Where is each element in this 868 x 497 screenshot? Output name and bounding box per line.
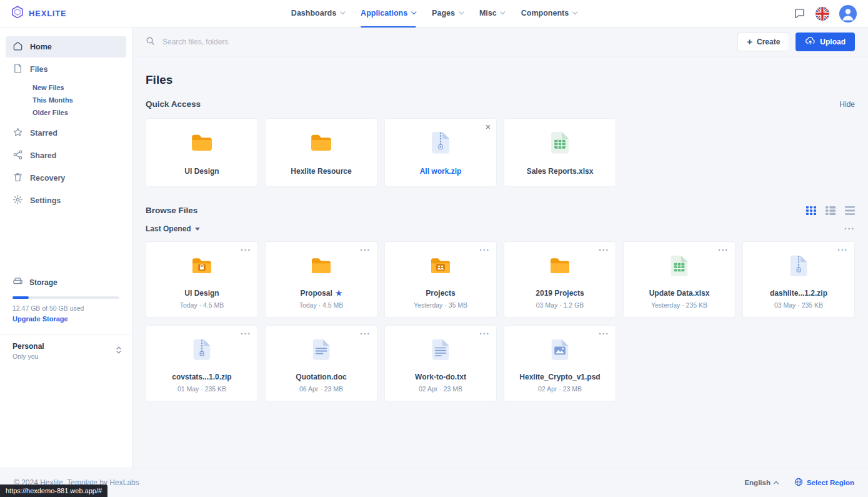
sort-dropdown[interactable]: Last Opened bbox=[146, 224, 200, 233]
topbar-actions bbox=[794, 5, 868, 23]
quick-access-title: Quick Access bbox=[146, 99, 201, 109]
language-dropdown[interactable]: English bbox=[744, 479, 778, 486]
group-view-icon[interactable] bbox=[826, 206, 836, 215]
sidebar-subitem-new-files[interactable]: New Files bbox=[32, 81, 132, 94]
file-card[interactable]: ···covstats...1.0.zip01 May · 235 KB bbox=[146, 325, 258, 401]
search-bar[interactable] bbox=[146, 36, 737, 48]
section-menu-button[interactable]: ··· bbox=[844, 224, 855, 233]
storage-widget: Storage 12.47 GB of 50 GB used Upgrade S… bbox=[12, 276, 119, 324]
browse-files-header: Browse Files bbox=[146, 206, 855, 215]
file-name: Update Data.xlsx bbox=[649, 289, 710, 298]
workspace-sub: Only you bbox=[12, 353, 44, 360]
sidebar-item-label: Starred bbox=[30, 129, 57, 138]
file-menu-button[interactable]: ··· bbox=[599, 246, 609, 254]
sidebar-subitem-older-files[interactable]: Older Files bbox=[32, 106, 132, 119]
doc-icon bbox=[309, 337, 334, 364]
quick-access-card[interactable]: UI Design bbox=[146, 118, 258, 187]
search-input[interactable] bbox=[161, 37, 361, 47]
nav-item-dashboards[interactable]: Dashboards bbox=[291, 0, 344, 28]
share-icon bbox=[12, 149, 23, 162]
star-icon bbox=[12, 127, 23, 139]
quick-access-card[interactable]: ×All work.zip bbox=[384, 118, 497, 187]
brand-logo[interactable]: HEXLITE bbox=[0, 5, 132, 23]
sidebar-item-shared[interactable]: Shared bbox=[6, 145, 126, 166]
file-card[interactable]: ···Proposal★Today · 4.5 MB bbox=[265, 241, 377, 318]
storage-label: Storage bbox=[29, 278, 57, 287]
nav-item-misc[interactable]: Misc bbox=[479, 0, 505, 28]
plus-icon: + bbox=[747, 39, 752, 45]
uk-flag-icon[interactable] bbox=[816, 7, 829, 21]
status-url-tooltip: https://hexdemo-881.web.app/# bbox=[0, 484, 107, 497]
file-meta: 02 Apr · 23 MB bbox=[538, 385, 582, 393]
sidebar-item-settings[interactable]: Settings bbox=[6, 190, 126, 211]
nav-item-components[interactable]: Components bbox=[521, 0, 577, 28]
file-menu-button[interactable]: ··· bbox=[360, 246, 371, 254]
nav-item-label: Applications bbox=[361, 9, 407, 18]
chat-icon[interactable] bbox=[794, 8, 806, 19]
gear-icon bbox=[12, 194, 23, 207]
close-icon[interactable]: × bbox=[486, 121, 491, 133]
sidebar-item-recovery[interactable]: Recovery bbox=[6, 168, 126, 189]
file-menu-button[interactable]: ··· bbox=[479, 246, 490, 254]
file-card[interactable]: ···ProjectsYesterday · 35 MB bbox=[384, 241, 497, 318]
user-avatar[interactable] bbox=[839, 5, 857, 23]
sidebar-menu: HomeFilesNew FilesThis MonthsOlder Files… bbox=[0, 36, 132, 211]
file-meta: 06 Apr · 23 MB bbox=[299, 385, 343, 393]
search-icon bbox=[146, 36, 155, 48]
sidebar-item-starred[interactable]: Starred bbox=[6, 123, 126, 144]
nav-item-label: Misc bbox=[479, 9, 497, 18]
trash-icon bbox=[12, 172, 23, 184]
sidebar-item-files[interactable]: Files bbox=[6, 59, 126, 80]
nav-item-pages[interactable]: Pages bbox=[432, 0, 463, 28]
browse-files-title: Browse Files bbox=[146, 206, 197, 215]
sidebar-item-home[interactable]: Home bbox=[6, 36, 126, 58]
upgrade-storage-link[interactable]: Upgrade Storage bbox=[12, 315, 68, 323]
workspace-switcher[interactable]: Personal Only you bbox=[0, 334, 132, 360]
upload-button[interactable]: Upload bbox=[796, 33, 855, 51]
file-name: dashlite...1.2.zip bbox=[770, 289, 827, 298]
file-card[interactable]: ···2019 Projects03 May · 1.2 GB bbox=[504, 241, 616, 318]
upload-cloud-icon bbox=[805, 36, 816, 48]
quick-access-name: All work.zip bbox=[420, 167, 462, 176]
nav-item-label: Dashboards bbox=[291, 9, 336, 18]
file-name: 2019 Projects bbox=[536, 289, 584, 298]
file-menu-button[interactable]: ··· bbox=[599, 329, 609, 338]
file-meta: Yesterday · 35 MB bbox=[414, 301, 467, 309]
sidebar-subitem-this-months[interactable]: This Months bbox=[32, 94, 132, 106]
file-card[interactable]: ···Work-to-do.txt02 Apr · 23 MB bbox=[384, 325, 497, 401]
quick-access-grid: UI DesignHexlite Resource×All work.zipSa… bbox=[146, 118, 855, 187]
zip-icon bbox=[189, 337, 214, 364]
file-menu-button[interactable]: ··· bbox=[479, 329, 490, 338]
chevron-down-icon bbox=[501, 9, 506, 14]
footer: © 2024 Hexlite. Template by HexLabs Engl… bbox=[0, 468, 868, 497]
file-name: covstats...1.0.zip bbox=[172, 373, 231, 381]
star-icon: ★ bbox=[336, 289, 342, 298]
select-region-link[interactable]: Select Region bbox=[794, 478, 854, 488]
zip-icon bbox=[786, 253, 811, 281]
file-menu-button[interactable]: ··· bbox=[241, 246, 251, 254]
quick-access-card[interactable]: Sales Reports.xlsx bbox=[504, 118, 616, 187]
file-name: Projects bbox=[426, 289, 455, 298]
hide-quick-access-link[interactable]: Hide bbox=[839, 100, 855, 109]
file-card[interactable]: ···Hexlite_Crypto_v1.psd02 Apr · 23 MB bbox=[504, 325, 616, 401]
hexlite-logo-icon bbox=[10, 5, 25, 23]
file-card[interactable]: ···dashlite...1.2.zip03 May · 235 KB bbox=[742, 241, 855, 318]
file-menu-button[interactable]: ··· bbox=[360, 329, 371, 338]
file-menu-button[interactable]: ··· bbox=[837, 246, 848, 254]
file-menu-button[interactable]: ··· bbox=[718, 246, 729, 254]
list-view-icon[interactable] bbox=[845, 206, 855, 215]
nav-item-label: Pages bbox=[432, 9, 455, 18]
storage-used-text: 12.47 GB of 50 GB used bbox=[12, 304, 119, 312]
file-card[interactable]: ···Update Data.xlsxYesterday · 235 KB bbox=[623, 241, 736, 318]
file-menu-button[interactable]: ··· bbox=[241, 329, 251, 338]
quick-access-name: UI Design bbox=[184, 167, 219, 176]
quick-access-card[interactable]: Hexlite Resource bbox=[265, 118, 377, 187]
create-button[interactable]: + Create bbox=[737, 33, 789, 51]
home-icon bbox=[12, 41, 23, 53]
file-card[interactable]: ···Quotation.doc06 Apr · 23 MB bbox=[265, 325, 377, 401]
grid-view-icon[interactable] bbox=[806, 206, 816, 215]
xlsx-icon bbox=[547, 129, 573, 158]
file-card[interactable]: ···UI DesignToday · 4.5 MB bbox=[146, 241, 258, 318]
nav-item-label: Components bbox=[521, 9, 569, 18]
nav-item-applications[interactable]: Applications bbox=[361, 0, 416, 28]
